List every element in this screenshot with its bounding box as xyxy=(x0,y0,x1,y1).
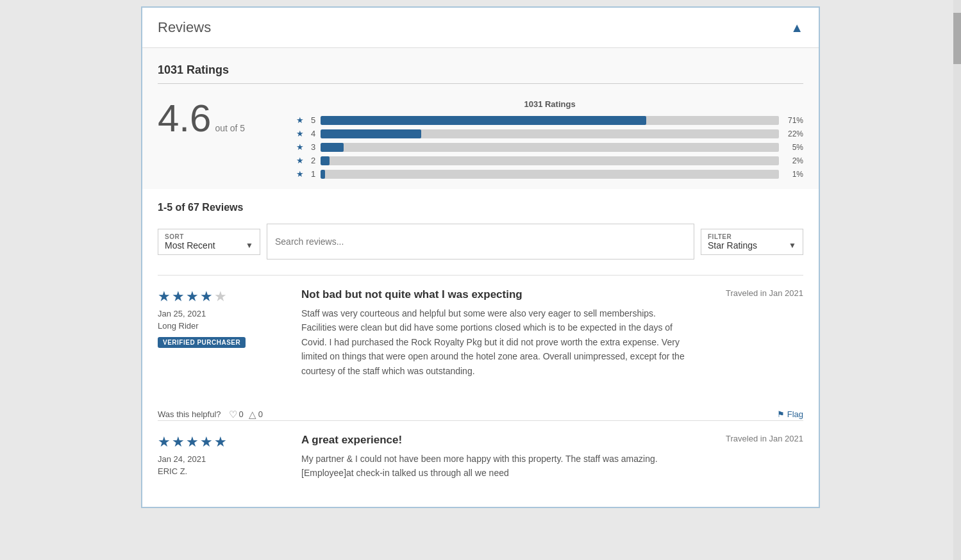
flag-label-1: Flag xyxy=(787,409,803,419)
star-2-3: ★ xyxy=(186,434,199,450)
bar-track-3 xyxy=(321,143,779,152)
verified-badge-1: VERIFIED PURCHASER xyxy=(158,337,246,348)
review-right-2: Traveled in Jan 2021 xyxy=(701,434,803,481)
star-1: ★ xyxy=(158,288,171,305)
like-count-1: 0 xyxy=(239,409,244,419)
bar-fill-1 xyxy=(321,170,325,179)
star-2-2: ★ xyxy=(172,434,185,450)
bar-row-3: ★ 3 5% xyxy=(296,142,803,152)
big-score: 4.6 out of 5 xyxy=(158,99,245,138)
star-row-2: ★ ★ ★ ★ ★ xyxy=(158,434,286,450)
dislike-icon-1: △ xyxy=(249,409,256,420)
bar-chart: 1031 Ratings ★ 5 71% ★ 4 22% ★ xyxy=(296,99,803,183)
like-icon-1: ♡ xyxy=(229,409,237,420)
reviews-title: Reviews xyxy=(158,19,211,36)
filter-label: FILTER xyxy=(708,233,796,240)
flag-button-1[interactable]: ⚑ Flag xyxy=(777,409,803,419)
helpful-row-1: Was this helpful? ♡ 0 △ 0 xyxy=(158,409,263,420)
bar-row-4: ★ 4 22% xyxy=(296,129,803,138)
reviewer-name-2: ERIC Z. xyxy=(158,466,286,476)
bar-track-4 xyxy=(321,129,779,138)
filter-dropdown-arrow: ▼ xyxy=(789,241,796,250)
flag-icon-1: ⚑ xyxy=(777,409,785,419)
reviews-panel: Reviews ▲ 1031 Ratings 4.6 out of 5 1031… xyxy=(141,6,820,508)
filter-value: Star Ratings ▼ xyxy=(708,240,796,251)
star-icon-5: ★ xyxy=(296,115,304,125)
bar-fill-2 xyxy=(321,156,330,165)
ratings-count-title: 1031 Ratings xyxy=(158,63,803,84)
star-4: ★ xyxy=(200,288,213,305)
review-body-1: Staff was very courteous and helpful but… xyxy=(301,306,685,378)
bar-track-1 xyxy=(321,170,779,179)
dislike-count-1: 0 xyxy=(258,409,263,419)
star-2-1: ★ xyxy=(158,434,171,450)
review-footer-1: Was this helpful? ♡ 0 △ 0 ⚑ Flag xyxy=(158,401,803,420)
bar-pct-5: 71% xyxy=(784,116,803,125)
bar-fill-5 xyxy=(321,116,646,125)
filter-dropdown[interactable]: FILTER Star Ratings ▼ xyxy=(701,229,803,255)
review-main-2: A great experience! My partner & I could… xyxy=(301,434,685,481)
star-row-1: ★ ★ ★ ★ ★ xyxy=(158,288,286,305)
review-right-1: Traveled in Jan 2021 xyxy=(701,288,803,378)
controls-row: SORT Most Recent ▼ FILTER Star Ratings ▼ xyxy=(158,224,803,259)
bar-fill-4 xyxy=(321,129,421,138)
review-body-2: My partner & I could not have been more … xyxy=(301,452,685,481)
sort-dropdown[interactable]: SORT Most Recent ▼ xyxy=(158,229,260,255)
score-number: 4.6 xyxy=(158,99,211,138)
star-2-5: ★ xyxy=(214,434,227,450)
star-2-4: ★ xyxy=(200,434,213,450)
review-left-1: ★ ★ ★ ★ ★ Jan 25, 2021 Long Rider VERIFI… xyxy=(158,288,286,378)
reviewer-name-1: Long Rider xyxy=(158,321,286,331)
bar-track-5 xyxy=(321,116,779,125)
sort-label: SORT xyxy=(165,233,253,240)
star-icon-4: ★ xyxy=(296,129,304,138)
like-button-1[interactable]: ♡ 0 xyxy=(229,409,244,420)
bar-pct-1: 1% xyxy=(784,170,803,179)
review-main-1: Not bad but not quite what I was expecti… xyxy=(301,288,685,378)
search-input[interactable] xyxy=(267,224,694,259)
bar-pct-2: 2% xyxy=(784,156,803,165)
bar-row-5: ★ 5 71% xyxy=(296,115,803,125)
bar-pct-3: 5% xyxy=(784,143,803,152)
review-title-2: A great experience! xyxy=(301,434,685,447)
star-2: ★ xyxy=(172,288,185,305)
dislike-button-1[interactable]: △ 0 xyxy=(249,409,263,420)
out-of-label: out of 5 xyxy=(215,123,245,133)
helpful-label-1: Was this helpful? xyxy=(158,409,221,419)
sort-value: Most Recent ▼ xyxy=(165,240,253,251)
reviews-list-section: 1-5 of 67 Reviews SORT Most Recent ▼ FIL… xyxy=(142,189,819,507)
chart-title: 1031 Ratings xyxy=(296,99,803,109)
collapse-button[interactable]: ▲ xyxy=(790,21,803,35)
bar-track-2 xyxy=(321,156,779,165)
bar-fill-3 xyxy=(321,143,344,152)
review-item-1: ★ ★ ★ ★ ★ Jan 25, 2021 Long Rider VERIFI… xyxy=(158,275,803,391)
ratings-section: 1031 Ratings 4.6 out of 5 1031 Ratings ★… xyxy=(142,48,819,189)
review-date-1: Jan 25, 2021 xyxy=(158,309,286,318)
star-icon-3: ★ xyxy=(296,142,304,152)
scrollbar-thumb[interactable] xyxy=(953,13,961,64)
reviews-header: Reviews ▲ xyxy=(142,8,819,48)
star-5-empty: ★ xyxy=(214,288,227,305)
reviews-list-header: 1-5 of 67 Reviews xyxy=(158,202,803,213)
review-date-2: Jan 24, 2021 xyxy=(158,454,286,464)
bar-row-1: ★ 1 1% xyxy=(296,169,803,179)
star-3: ★ xyxy=(186,288,199,305)
scrollbar-track xyxy=(953,0,961,560)
review-left-2: ★ ★ ★ ★ ★ Jan 24, 2021 ERIC Z. xyxy=(158,434,286,481)
bar-row-2: ★ 2 2% xyxy=(296,156,803,165)
bar-pct-4: 22% xyxy=(784,129,803,138)
ratings-content: 4.6 out of 5 1031 Ratings ★ 5 71% ★ 4 xyxy=(158,89,803,183)
star-icon-2: ★ xyxy=(296,156,304,165)
review-item-2: ★ ★ ★ ★ ★ Jan 24, 2021 ERIC Z. A great e… xyxy=(158,420,803,494)
review-title-1: Not bad but not quite what I was expecti… xyxy=(301,288,685,301)
star-icon-1: ★ xyxy=(296,169,304,179)
sort-dropdown-arrow: ▼ xyxy=(246,241,253,250)
